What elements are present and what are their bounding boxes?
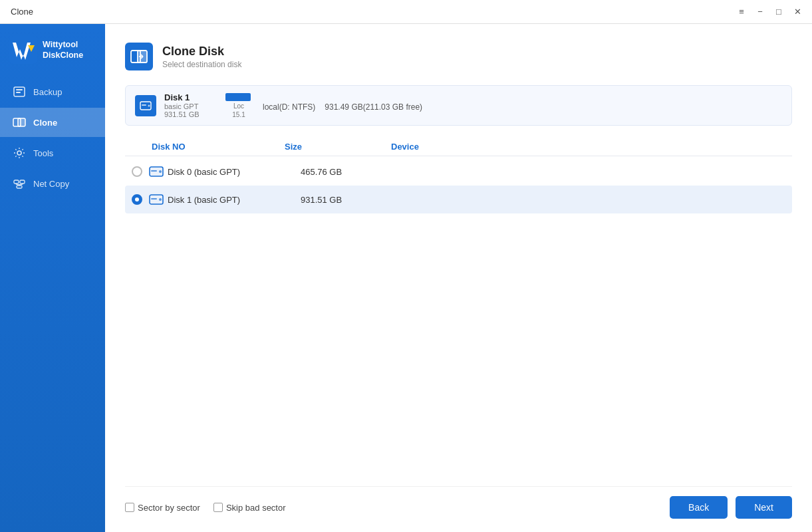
disk-row-name-0: Disk 0 (basic GPT) — [168, 167, 301, 177]
window-controls: ≡ − □ ✕ — [735, 5, 804, 19]
disk-row-radio-0[interactable] — [132, 166, 142, 177]
source-disk-size: 931.51 GB — [164, 110, 217, 118]
disk-row-name-1: Disk 1 (basic GPT) — [168, 195, 301, 205]
svg-point-8 — [17, 151, 21, 155]
disk-row-radio-1[interactable] — [132, 194, 142, 205]
clone-disk-icon — [125, 43, 153, 70]
sidebar-item-backup[interactable]: Backup — [0, 77, 105, 106]
source-disk-type: basic GPT — [164, 102, 217, 110]
sidebar-nav: Backup Clone — [0, 74, 105, 532]
clone-icon — [12, 115, 27, 130]
logo-text: Wittytool DiskClone — [43, 39, 83, 61]
tools-icon — [12, 146, 27, 160]
backup-icon — [12, 84, 27, 99]
checkbox-box-skip[interactable] — [213, 503, 223, 512]
svg-rect-5 — [16, 92, 21, 93]
page-header: Clone Disk Select destination disk — [125, 43, 792, 70]
sidebar: Wittytool DiskClone Backup — [0, 24, 105, 532]
main-content: Clone Disk Select destination disk Disk … — [105, 24, 812, 532]
sidebar-item-netcopy[interactable]: Net Copy — [0, 169, 105, 198]
checkbox-box-sector[interactable] — [125, 503, 134, 512]
source-disk-name: Disk 1 — [164, 92, 217, 102]
source-disk-icon — [135, 95, 156, 116]
col-header-device: Device — [391, 142, 785, 152]
footer-buttons: Back Next — [670, 496, 792, 519]
svg-rect-22 — [151, 170, 157, 172]
window-title: Clone — [8, 7, 735, 17]
footer: Sector by sector Skip bad sector Back Ne… — [125, 486, 792, 519]
sidebar-logo: Wittytool DiskClone — [0, 24, 105, 74]
disk-row-icon-1 — [149, 192, 164, 207]
menu-button[interactable]: ≡ — [735, 5, 748, 19]
svg-rect-19 — [142, 104, 146, 106]
footer-checkboxes: Sector by sector Skip bad sector — [125, 503, 286, 513]
logo-icon — [9, 36, 37, 64]
maximize-button[interactable]: □ — [772, 5, 785, 19]
sidebar-item-clone[interactable]: Clone — [0, 108, 105, 137]
source-disk-mini-bar — [225, 93, 251, 101]
netcopy-icon — [12, 176, 27, 191]
next-button[interactable]: Next — [736, 496, 792, 519]
table-row[interactable]: Disk 0 (basic GPT) 465.76 GB — [125, 158, 792, 186]
checkbox-sector-by-sector[interactable]: Sector by sector — [125, 503, 200, 513]
page-title: Clone Disk — [162, 45, 241, 59]
svg-rect-9 — [14, 180, 19, 184]
disk-table-header: Disk NO Size Device — [125, 138, 792, 156]
col-header-diskno: Disk NO — [152, 142, 285, 152]
source-disk-loc-label: Loc — [225, 102, 252, 110]
source-disk-bar-wrap: Loc 15.1 — [225, 93, 252, 118]
sidebar-item-tools[interactable]: Tools — [0, 138, 105, 168]
back-button[interactable]: Back — [670, 496, 728, 519]
svg-rect-0 — [9, 36, 37, 64]
app-body: Wittytool DiskClone Backup — [0, 24, 812, 532]
checkbox-skip-bad-sector[interactable]: Skip bad sector — [213, 503, 286, 513]
page-subtitle: Select destination disk — [162, 60, 241, 69]
page-header-text: Clone Disk Select destination disk — [162, 45, 241, 69]
svg-rect-10 — [20, 180, 25, 184]
svg-point-24 — [159, 198, 162, 201]
col-header-size: Size — [285, 142, 391, 152]
titlebar: Clone ≡ − □ ✕ — [0, 0, 812, 24]
svg-point-21 — [159, 170, 162, 173]
svg-rect-4 — [16, 89, 23, 90]
disk-row-size-1: 931.51 GB — [301, 195, 407, 205]
svg-rect-7 — [18, 118, 25, 126]
table-row[interactable]: Disk 1 (basic GPT) 931.51 GB — [125, 186, 792, 213]
partition-label: local(D: NTFS) — [263, 102, 315, 112]
disk-row-size-0: 465.76 GB — [301, 167, 407, 177]
source-disk-card: Disk 1 basic GPT 931.51 GB Loc 15.1 loca… — [125, 85, 792, 126]
svg-rect-11 — [17, 186, 22, 188]
disk-rows: Disk 0 (basic GPT) 465.76 GB Disk 1 (bas… — [125, 158, 792, 486]
close-button[interactable]: ✕ — [791, 5, 804, 19]
disk-row-icon-0 — [149, 164, 164, 179]
partition-detail: 931.49 GB(211.03 GB free) — [325, 102, 422, 112]
source-disk-loc-value: 15.1 — [225, 111, 252, 118]
minimize-button[interactable]: − — [753, 5, 767, 19]
svg-point-18 — [148, 104, 150, 106]
svg-rect-25 — [151, 198, 157, 200]
source-disk-info: Disk 1 basic GPT 931.51 GB — [164, 92, 217, 118]
